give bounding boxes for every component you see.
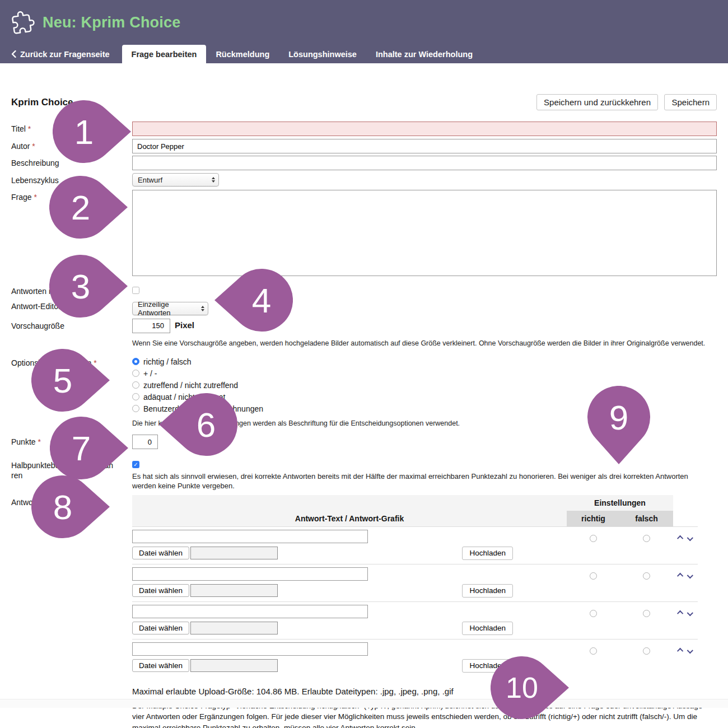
chevron-left-icon: [11, 50, 16, 58]
answer-text-input[interactable]: [132, 605, 368, 618]
tab-loesungshinweise[interactable]: Lösungshinweise: [279, 45, 366, 63]
option-radio-benutzerdefiniert[interactable]: [132, 405, 139, 412]
file-select-button[interactable]: Datei wählen: [132, 584, 189, 597]
falsch-column-header: falsch: [620, 511, 673, 526]
option-radio-zutreffend[interactable]: [132, 381, 139, 389]
form-section-title: Kprim Choice: [11, 97, 73, 110]
antwort-editor-label: Antwort-Editor: [11, 299, 114, 312]
answer-richtig-radio[interactable]: [590, 610, 597, 617]
move-down-icon[interactable]: [687, 647, 693, 654]
save-and-return-button-top[interactable]: Speichern und zurückkehren: [536, 94, 658, 110]
optionsbezeichnungen-label: Optionsbezeichnungen *: [11, 356, 114, 368]
answer-text-input[interactable]: [132, 530, 368, 543]
answer-richtig-radio[interactable]: [590, 535, 597, 542]
beschreibung-input[interactable]: [132, 156, 717, 170]
lebenszyklus-select[interactable]: Entwurf: [132, 173, 219, 186]
move-down-icon[interactable]: [687, 610, 693, 616]
select-stepper-icon: [201, 306, 204, 311]
punkte-label: Punkte *: [11, 435, 114, 447]
answers-table: Einstellungen Antwort-Text / Antwort-Gra…: [132, 495, 698, 676]
vorschaugroesse-input[interactable]: [132, 319, 170, 333]
antworten-mischen-label: Antworten mischen: [11, 284, 114, 297]
vorschaugroesse-label: Vorschaugröße: [11, 319, 114, 332]
richtig-column-header: richtig: [567, 511, 620, 526]
app-header: Neu: Kprim Choice: [0, 0, 728, 45]
autor-input[interactable]: [132, 139, 717, 153]
punkte-input[interactable]: [132, 435, 158, 449]
file-name-box: [190, 547, 278, 559]
puzzle-piece-icon: [10, 9, 36, 35]
tab-bar: Zurück zur Fragenseite Frage bearbeiten …: [0, 45, 728, 63]
save-button-top[interactable]: Speichern: [664, 94, 717, 110]
file-name-box: [190, 584, 278, 597]
option-radio-adaequat[interactable]: [132, 393, 139, 400]
titel-label: Titel *: [11, 122, 114, 134]
vorschaugroesse-help: Wenn Sie eine Vorschaugröße angeben, wer…: [132, 339, 717, 348]
footer-band: [0, 699, 728, 708]
top-action-buttons: Speichern und zurückkehren Speichern: [536, 94, 717, 110]
answer-row: Datei wählen Hochladen: [132, 601, 698, 639]
frage-label: Frage *: [11, 190, 114, 203]
file-name-box: [190, 622, 278, 634]
file-select-button[interactable]: Datei wählen: [132, 547, 189, 559]
answer-text-column-header: Antwort-Text / Antwort-Grafik: [132, 511, 567, 526]
titel-input[interactable]: [132, 122, 717, 136]
answer-row: Datei wählen Hochladen: [132, 639, 698, 676]
option-radio-plus-minus[interactable]: [132, 370, 139, 377]
upload-size-note: Maximal erlaubte Upload-Größe: 104.86 MB…: [132, 687, 717, 696]
tab-frage-bearbeiten[interactable]: Frage bearbeiten: [122, 45, 207, 63]
answer-falsch-radio[interactable]: [643, 535, 650, 542]
answer-richtig-radio[interactable]: [590, 647, 597, 655]
file-select-button[interactable]: Datei wählen: [132, 659, 189, 672]
halbpunkte-help: Es hat sich als sinnvoll erwiesen, drei …: [132, 472, 694, 491]
answer-richtig-radio[interactable]: [590, 572, 597, 580]
tab-inhalte-zur-wiederholung[interactable]: Inhalte zur Wiederholung: [366, 45, 482, 63]
optionsbezeichnungen-help: Die hier konfigurierten Bezeichnungen we…: [132, 419, 717, 428]
answer-text-input[interactable]: [132, 567, 368, 581]
select-stepper-icon: [212, 177, 215, 183]
upload-button[interactable]: Hochladen: [462, 547, 513, 560]
file-name-box: [190, 659, 278, 672]
tab-rueckmeldung[interactable]: Rückmeldung: [206, 45, 279, 63]
halbpunkte-label: Halbpunktebewertungsverfahren: [11, 458, 114, 480]
answer-text-input[interactable]: [132, 642, 368, 656]
answer-falsch-radio[interactable]: [643, 572, 650, 580]
move-up-icon[interactable]: [676, 573, 683, 579]
move-up-icon[interactable]: [676, 535, 683, 542]
beschreibung-label: Beschreibung: [11, 156, 114, 169]
move-down-icon[interactable]: [687, 535, 693, 541]
back-to-question-page-link[interactable]: Zurück zur Fragenseite: [11, 45, 118, 63]
option-radio-richtig-falsch[interactable]: [132, 358, 139, 365]
answer-row: Datei wählen Hochladen: [132, 526, 698, 564]
upload-button[interactable]: Hochladen: [462, 622, 513, 635]
antwort-editor-select[interactable]: Einzeilige Antworten: [132, 302, 208, 315]
move-down-icon[interactable]: [687, 572, 693, 578]
move-up-icon[interactable]: [676, 610, 683, 617]
settings-header: Einstellungen: [567, 495, 673, 511]
move-up-icon[interactable]: [676, 648, 683, 654]
antworten-label: Antworten *: [11, 495, 114, 508]
antworten-mischen-checkbox[interactable]: [132, 287, 139, 294]
vorschaugroesse-unit: Pixel: [175, 320, 194, 330]
frage-textarea[interactable]: [132, 190, 717, 276]
lebenszyklus-label: Lebenszyklus: [11, 173, 114, 186]
halbpunkte-checkbox[interactable]: ✓: [132, 461, 139, 468]
answer-row: Datei wählen Hochladen: [132, 564, 698, 601]
autor-label: Autor *: [11, 139, 114, 152]
answer-falsch-radio[interactable]: [643, 610, 650, 617]
upload-button[interactable]: Hochladen: [462, 584, 513, 598]
upload-button[interactable]: Hochladen: [462, 659, 513, 673]
answer-falsch-radio[interactable]: [643, 647, 650, 655]
page-title: Neu: Kprim Choice: [43, 14, 180, 31]
file-select-button[interactable]: Datei wählen: [132, 622, 189, 634]
